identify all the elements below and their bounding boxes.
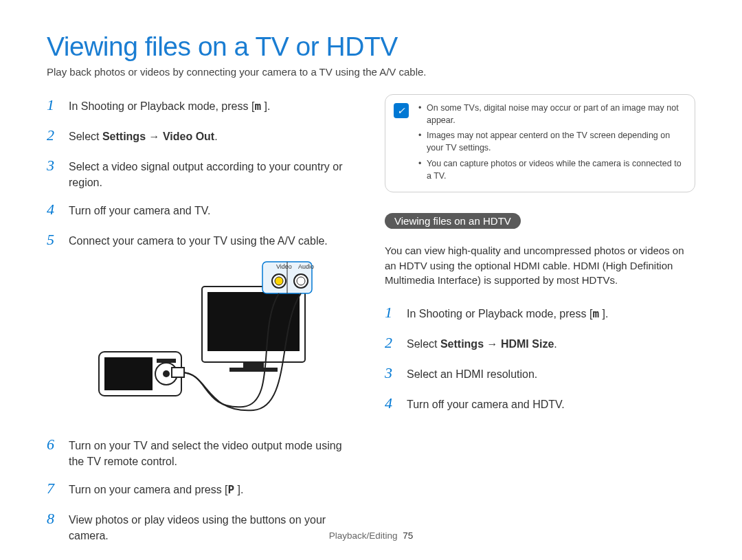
step-number: 3 — [385, 362, 401, 384]
connection-diagram: Video Audio — [47, 259, 357, 424]
svg-rect-2 — [243, 362, 264, 368]
step-number: 1 — [47, 94, 63, 116]
note-item: Images may not appear centerd on the TV … — [418, 129, 685, 154]
step-number: 4 — [385, 392, 401, 414]
step-text: Turn off your camera and HDTV. — [407, 396, 695, 412]
note-box: ✓ On some TVs, digital noise may occur o… — [385, 94, 695, 192]
step-text: Select an HDMI resolution. — [407, 366, 695, 382]
step-item: 1 In Shooting or Playback mode, press [m… — [47, 94, 357, 116]
step-item: 3 Select a video signal output according… — [47, 155, 357, 190]
step-item: 7 Turn on your camera and press [P ]. — [47, 478, 357, 500]
note-item: You can capture photos or videos while t… — [418, 157, 685, 182]
step-item: 6 Turn on your TV and select the video o… — [47, 434, 357, 469]
svg-rect-3 — [229, 368, 278, 372]
step-number: 8 — [47, 508, 63, 530]
page-number: 75 — [403, 530, 413, 541]
page-footer: Playback/Editing 75 — [0, 530, 742, 541]
step-item: 2 Select Settings → HDMI Size. — [385, 332, 695, 354]
svg-rect-15 — [172, 368, 184, 377]
diagram-label-audio: Audio — [298, 263, 314, 270]
steps-left: 1 In Shooting or Playback mode, press [m… — [47, 94, 357, 251]
step-item: 4 Turn off your camera and HDTV. — [385, 392, 695, 414]
svg-rect-11 — [104, 357, 153, 390]
step-text: Select a video signal output according t… — [69, 159, 357, 190]
step-number: 1 — [385, 302, 401, 324]
step-number: 7 — [47, 478, 63, 500]
step-text: In Shooting or Playback mode, press [m ]… — [407, 306, 695, 322]
note-item: On some TVs, digital noise may occur or … — [418, 102, 685, 126]
step-number: 5 — [47, 229, 63, 251]
intro-text: Play back photos or videos by connecting… — [47, 66, 695, 78]
section-heading: Viewing files on an HDTV — [385, 213, 521, 229]
steps-left-cont: 6 Turn on your TV and select the video o… — [47, 434, 357, 544]
step-text: Turn on your camera and press [P ]. — [69, 482, 357, 497]
step-text: In Shooting or Playback mode, press [m ]… — [69, 98, 357, 114]
steps-right: 1 In Shooting or Playback mode, press [m… — [385, 302, 695, 414]
svg-rect-14 — [157, 359, 176, 363]
step-number: 2 — [47, 124, 63, 146]
svg-point-13 — [163, 370, 170, 377]
step-number: 6 — [47, 434, 63, 456]
hdtv-intro: You can view high-quality and uncompress… — [385, 243, 695, 288]
page-title: Viewing files on a TV or HDTV — [47, 32, 695, 62]
step-number: 3 — [47, 155, 63, 177]
step-number: 4 — [47, 199, 63, 221]
svg-point-8 — [297, 277, 305, 285]
columns: 1 In Shooting or Playback mode, press [m… — [47, 94, 695, 552]
step-item: 4 Turn off your camera and TV. — [47, 199, 357, 221]
right-column: ✓ On some TVs, digital noise may occur o… — [385, 94, 695, 552]
diagram-label-video: Video — [276, 263, 292, 270]
svg-point-6 — [275, 277, 283, 285]
step-text: Connect your camera to your TV using the… — [69, 233, 357, 249]
left-column: 1 In Shooting or Playback mode, press [m… — [47, 94, 357, 552]
note-list: On some TVs, digital noise may occur or … — [418, 102, 685, 182]
page: Viewing files on a TV or HDTV Play back … — [0, 0, 742, 560]
step-text: Turn off your camera and TV. — [69, 203, 357, 219]
step-item: 5 Connect your camera to your TV using t… — [47, 229, 357, 251]
step-text: Select Settings → Video Out. — [69, 128, 357, 144]
step-number: 2 — [385, 332, 401, 354]
step-item: 1 In Shooting or Playback mode, press [m… — [385, 302, 695, 324]
step-text: Select Settings → HDMI Size. — [407, 336, 695, 352]
step-item: 3 Select an HDMI resolution. — [385, 362, 695, 384]
step-text: Turn on your TV and select the video out… — [69, 438, 357, 469]
footer-section: Playback/Editing — [329, 530, 398, 541]
note-icon: ✓ — [394, 103, 409, 118]
step-item: 2 Select Settings → Video Out. — [47, 124, 357, 146]
